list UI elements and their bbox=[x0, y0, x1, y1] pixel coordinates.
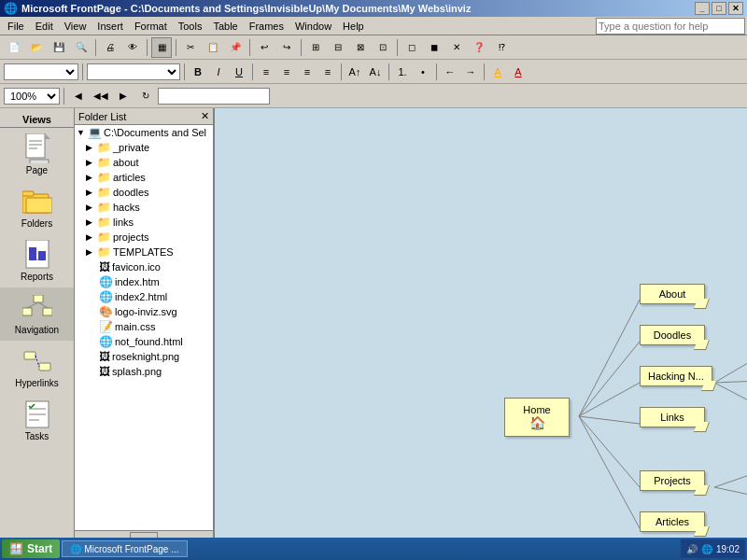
file-splash[interactable]: 🖼 splash.png bbox=[75, 364, 213, 379]
nav-node-articles[interactable]: Articles bbox=[640, 511, 705, 532]
tree-folder-doodles[interactable]: ▶ 📁 doodles bbox=[75, 185, 213, 200]
menu-window[interactable]: Window bbox=[289, 19, 337, 34]
menu-insert[interactable]: Insert bbox=[92, 19, 129, 34]
tree-expand-about[interactable]: ▶ bbox=[86, 158, 95, 167]
search-button[interactable]: 🔍 bbox=[71, 37, 92, 58]
tree-folder-articles[interactable]: ▶ 📁 articles bbox=[75, 170, 213, 185]
indent-button[interactable]: → bbox=[461, 63, 480, 81]
nav-node-links[interactable]: Links bbox=[640, 407, 705, 427]
file-index[interactable]: 🌐 index.htm bbox=[75, 274, 213, 289]
tree-folder-about[interactable]: ▶ 📁 about bbox=[75, 155, 213, 170]
file-roseknight[interactable]: 🖼 roseknight.png bbox=[75, 349, 213, 364]
taskbar-frontpage-button[interactable]: 🌐 Microsoft FrontPage ... bbox=[62, 540, 187, 557]
menu-tools[interactable]: Tools bbox=[173, 19, 208, 34]
tree-folder-hacks[interactable]: ▶ 📁 hacks bbox=[75, 200, 213, 215]
list-ol-button[interactable]: 1. bbox=[393, 63, 412, 81]
tree-folder-private[interactable]: ▶ 📁 _private bbox=[75, 140, 213, 155]
file-css[interactable]: 📝 main.css bbox=[75, 319, 213, 334]
paste-button[interactable]: 📌 bbox=[225, 37, 246, 58]
preview-button[interactable]: 👁 bbox=[122, 37, 143, 58]
tree-folder-projects[interactable]: ▶ 📁 projects bbox=[75, 230, 213, 245]
tree-expand-private[interactable]: ▶ bbox=[86, 143, 95, 152]
font-color-button[interactable]: A bbox=[509, 63, 528, 81]
file-favicon[interactable]: 🖼 favicon.ico bbox=[75, 259, 213, 274]
maximize-button[interactable]: □ bbox=[712, 2, 726, 15]
tb-extra2[interactable]: ⊟ bbox=[328, 37, 348, 58]
tree-expand-templates[interactable]: ▶ bbox=[86, 247, 95, 257]
menu-help[interactable]: Help bbox=[337, 19, 370, 34]
stop-button[interactable]: ✕ bbox=[446, 37, 467, 58]
minimize-button[interactable]: _ bbox=[695, 2, 710, 15]
view-tasks[interactable]: Tasks bbox=[0, 394, 74, 447]
open-button[interactable]: 📂 bbox=[26, 37, 47, 58]
close-button[interactable]: ✕ bbox=[728, 2, 743, 15]
italic-button[interactable]: I bbox=[209, 63, 228, 81]
decrease-font-button[interactable]: A↓ bbox=[366, 63, 385, 81]
align-right-button[interactable]: ≡ bbox=[298, 63, 317, 81]
align-center-button[interactable]: ≡ bbox=[277, 63, 296, 81]
outdent-button[interactable]: ← bbox=[441, 63, 459, 81]
menu-file[interactable]: File bbox=[2, 19, 30, 34]
start-button[interactable]: 🪟 Start bbox=[2, 539, 60, 558]
view-folders[interactable]: Folders bbox=[0, 181, 74, 234]
file-index2[interactable]: 🌐 index2.html bbox=[75, 289, 213, 304]
tb-extra3[interactable]: ⊠ bbox=[350, 37, 371, 58]
folder-close-button[interactable]: ✕ bbox=[201, 110, 209, 122]
file-logo[interactable]: 🎨 logo-inviz.svg bbox=[75, 304, 213, 319]
nav-node-projects[interactable]: Projects bbox=[640, 470, 705, 491]
tree-folder-templates[interactable]: ▶ 📁 TEMPLATES bbox=[75, 245, 213, 259]
zoom-select[interactable]: 100% bbox=[4, 88, 60, 105]
increase-font-button[interactable]: A↑ bbox=[345, 63, 364, 81]
help-search-input[interactable] bbox=[596, 18, 745, 35]
menu-frames[interactable]: Frames bbox=[244, 19, 289, 34]
style-select[interactable] bbox=[4, 63, 78, 80]
align-left-button[interactable]: ≡ bbox=[257, 63, 275, 81]
cut-button[interactable]: ✂ bbox=[180, 37, 201, 58]
tree-expand-projects[interactable]: ▶ bbox=[86, 232, 95, 242]
file-404[interactable]: 🌐 not_found.html bbox=[75, 334, 213, 349]
tree-expand-articles[interactable]: ▶ bbox=[86, 173, 95, 182]
tb-extra6[interactable]: ◼ bbox=[424, 37, 444, 58]
redo-button[interactable]: ↪ bbox=[276, 37, 297, 58]
menu-edit[interactable]: Edit bbox=[30, 19, 59, 34]
view-page[interactable]: Page bbox=[0, 128, 74, 181]
nav-node-home[interactable]: Home 🏠 bbox=[504, 398, 570, 437]
align-justify-button[interactable]: ≡ bbox=[318, 63, 337, 81]
tree-folder-links[interactable]: ▶ 📁 links bbox=[75, 215, 213, 230]
nav-button-1[interactable]: ◀ bbox=[68, 86, 89, 106]
nav-button-2[interactable]: ◀◀ bbox=[91, 86, 111, 106]
tb-extra7[interactable]: ❓ bbox=[469, 37, 489, 58]
undo-button[interactable]: ↩ bbox=[254, 37, 275, 58]
menu-format[interactable]: Format bbox=[129, 19, 173, 34]
nav-node-doodles[interactable]: Doodles bbox=[640, 325, 705, 345]
copy-button[interactable]: 📋 bbox=[203, 37, 223, 58]
url-input[interactable] bbox=[158, 88, 270, 105]
new-button[interactable]: 📄 bbox=[4, 37, 24, 58]
underline-button[interactable]: U bbox=[230, 63, 248, 81]
tb-extra1[interactable]: ⊞ bbox=[305, 37, 326, 58]
menu-table[interactable]: Table bbox=[207, 19, 243, 34]
bold-button[interactable]: B bbox=[189, 63, 207, 81]
view-navigation[interactable]: Navigation bbox=[0, 287, 74, 341]
view-mode-button[interactable]: ▦ bbox=[151, 37, 172, 58]
tree-expand-root[interactable]: ▼ bbox=[77, 128, 86, 137]
highlight-button[interactable]: A bbox=[488, 63, 507, 81]
refresh-button[interactable]: ↻ bbox=[135, 86, 156, 106]
tree-root[interactable]: ▼ 💻 C:\Documents and Sel bbox=[75, 125, 213, 140]
view-reports[interactable]: Reports bbox=[0, 234, 74, 287]
save-button[interactable]: 💾 bbox=[49, 37, 69, 58]
tb-extra4[interactable]: ⊡ bbox=[373, 37, 393, 58]
tb-extra5[interactable]: ◻ bbox=[402, 37, 422, 58]
tb-extra8[interactable]: ⁉ bbox=[491, 37, 512, 58]
list-ul-button[interactable]: • bbox=[414, 63, 432, 81]
view-hyperlinks[interactable]: Hyperlinks bbox=[0, 341, 74, 394]
font-select[interactable] bbox=[87, 63, 180, 80]
nav-node-hacking[interactable]: Hacking N... bbox=[640, 366, 712, 386]
tree-expand-hacks[interactable]: ▶ bbox=[86, 203, 95, 212]
nav-button-3[interactable]: ▶ bbox=[113, 86, 134, 106]
tree-expand-links[interactable]: ▶ bbox=[86, 217, 95, 227]
print-button[interactable]: 🖨 bbox=[100, 37, 120, 58]
menu-view[interactable]: View bbox=[59, 19, 92, 34]
nav-node-about[interactable]: About bbox=[640, 284, 705, 304]
tree-expand-doodles[interactable]: ▶ bbox=[86, 188, 95, 197]
